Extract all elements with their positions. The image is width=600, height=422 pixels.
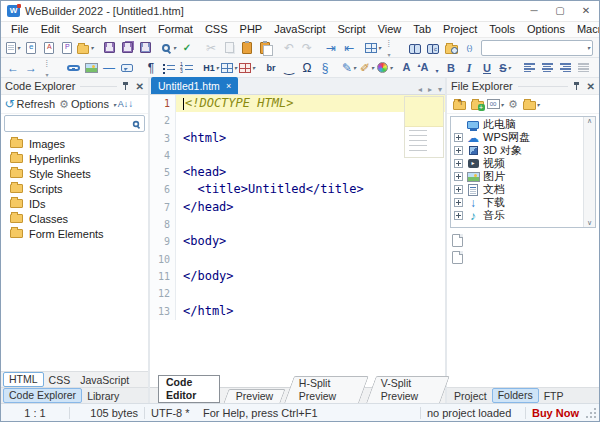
table-button[interactable]: ▾: [221, 59, 238, 77]
menu-item-php[interactable]: PHP: [234, 22, 269, 37]
script-block-button[interactable]: §: [317, 59, 334, 77]
style-editor-button[interactable]: ✎▾: [341, 59, 358, 77]
find-button[interactable]: ▾: [161, 39, 178, 57]
code-explorer-search-input[interactable]: [5, 117, 132, 130]
tab-close-icon[interactable]: ×: [226, 81, 231, 91]
ordered-list-button[interactable]: [179, 59, 196, 77]
tab-css[interactable]: CSS: [44, 373, 76, 387]
align-right-button[interactable]: [557, 59, 574, 77]
code-explorer-folder-images[interactable]: Images: [1, 136, 148, 151]
underline-button[interactable]: U: [479, 59, 496, 77]
strikethrough-button[interactable]: S▾: [497, 59, 514, 77]
code-explorer-folder-ids[interactable]: IDs: [1, 196, 148, 211]
increase-font-button[interactable]: [401, 59, 418, 77]
outdent-button[interactable]: ⇤: [341, 39, 358, 57]
tab-html[interactable]: HTML: [3, 372, 44, 387]
file-list-item[interactable]: [450, 232, 596, 249]
redo-button[interactable]: ↷: [299, 39, 316, 57]
decrease-font-button[interactable]: [419, 59, 436, 77]
pin-icon[interactable]: [122, 82, 130, 91]
form-button[interactable]: ▾: [239, 59, 256, 77]
find-in-files-button[interactable]: [407, 39, 424, 57]
close-button[interactable]: ✕: [573, 1, 599, 21]
maximize-button[interactable]: ▢: [547, 1, 573, 21]
tab-library[interactable]: Library: [82, 389, 124, 403]
find-next-button[interactable]: [597, 39, 600, 57]
back-button[interactable]: ←: [5, 59, 22, 77]
new-web-page-button[interactable]: [23, 39, 40, 57]
buy-now-link[interactable]: Buy Now: [526, 407, 585, 419]
favorite-folders-button[interactable]: ▾: [523, 95, 540, 113]
menu-item-search[interactable]: Search: [66, 22, 113, 37]
image-button[interactable]: [83, 59, 100, 77]
horizontal-rule-button[interactable]: —: [101, 59, 118, 77]
menu-item-tools[interactable]: Tools: [483, 22, 521, 37]
menu-item-css[interactable]: CSS: [199, 22, 234, 37]
tab-list-icon[interactable]: ▾: [435, 85, 445, 94]
save-as-button[interactable]: [137, 39, 154, 57]
non-breaking-space-button[interactable]: ‿: [281, 59, 298, 77]
forward-button[interactable]: →: [23, 59, 40, 77]
tree-item[interactable]: 3D 对象: [451, 144, 583, 157]
save-button[interactable]: [101, 39, 118, 57]
paste-special-button[interactable]: [239, 39, 256, 57]
menu-item-file[interactable]: File: [5, 22, 35, 37]
paragraph-button[interactable]: ¶: [143, 59, 160, 77]
menu-item-macro[interactable]: Macro: [571, 22, 600, 37]
quick-search-input[interactable]: [482, 42, 586, 54]
open-file-button[interactable]: ▾: [77, 39, 94, 57]
menu-item-javascript[interactable]: JavaScript: [268, 22, 331, 37]
chevron-down-icon[interactable]: ▾: [587, 44, 590, 51]
code-explorer-folder-classes[interactable]: Classes: [1, 211, 148, 226]
tab-project[interactable]: Project: [449, 389, 492, 403]
cut-button[interactable]: ✂: [203, 39, 220, 57]
new-style-sheet-button[interactable]: [41, 39, 58, 57]
refresh-button[interactable]: ↺ Refresh: [5, 95, 59, 113]
expand-icon[interactable]: [454, 198, 463, 207]
menu-item-format[interactable]: Format: [152, 22, 199, 37]
color-picker-button[interactable]: ▾: [377, 59, 394, 77]
format-painter-button[interactable]: ✐▾: [359, 59, 376, 77]
copy-button[interactable]: [221, 39, 238, 57]
menu-item-tab[interactable]: Tab: [407, 22, 437, 37]
expand-icon[interactable]: [454, 172, 463, 181]
indent-button[interactable]: ⇥: [323, 39, 340, 57]
menu-item-project[interactable]: Project: [437, 22, 483, 37]
tree-item[interactable]: ♪音乐: [451, 209, 583, 222]
comment-button[interactable]: [119, 59, 136, 77]
replace-in-files-button[interactable]: [425, 39, 442, 57]
toggle-panels-button[interactable]: ▾: [365, 39, 382, 57]
explorer-settings-button[interactable]: ⚙: [505, 95, 522, 113]
file-list-item[interactable]: [450, 249, 596, 266]
options-button[interactable]: ⚙ Options ▾: [59, 95, 116, 113]
menu-item-insert[interactable]: Insert: [113, 22, 153, 37]
save-all-button[interactable]: [119, 39, 136, 57]
file-explorer-close-icon[interactable]: ✕: [587, 81, 595, 92]
code-explorer-folder-form-elements[interactable]: Form Elements: [1, 226, 148, 241]
spell-check-button[interactable]: ✓: [179, 39, 196, 57]
expand-icon[interactable]: [454, 159, 463, 168]
tab-folders[interactable]: Folders: [492, 388, 539, 403]
expand-icon[interactable]: [454, 146, 463, 155]
line-break-button[interactable]: br: [263, 59, 280, 77]
view-tab-preview[interactable]: Preview: [223, 389, 285, 403]
align-justify-button[interactable]: [575, 59, 592, 77]
tab-javascript[interactable]: JavaScript: [75, 373, 134, 387]
view-tab-code-editor[interactable]: Code Editor: [158, 375, 220, 403]
hyperlink-button[interactable]: [65, 59, 82, 77]
tree-item[interactable]: 图片: [451, 170, 583, 183]
tree-item[interactable]: 视频: [451, 157, 583, 170]
scroll-up-icon[interactable]: ∧: [587, 117, 592, 125]
tab-code-explorer[interactable]: Code Explorer: [3, 388, 82, 403]
expand-icon[interactable]: [454, 133, 463, 142]
document-map[interactable]: [404, 96, 444, 158]
add-to-favorites-button[interactable]: [469, 95, 486, 113]
menu-item-options[interactable]: Options: [521, 22, 571, 37]
find-in-folder-button[interactable]: [443, 39, 460, 57]
tab-scroll-left-icon[interactable]: ◂: [415, 85, 425, 94]
code-editor[interactable]: 1<!DOCTYPE HTML>23<html>45<head>6 <title…: [150, 95, 445, 387]
document-tab[interactable]: Untitled1.htm ×: [151, 77, 238, 94]
code-explorer-folder-scripts[interactable]: Scripts: [1, 181, 148, 196]
resize-grip[interactable]: [585, 407, 597, 419]
new-document-button[interactable]: ▾: [5, 39, 22, 57]
